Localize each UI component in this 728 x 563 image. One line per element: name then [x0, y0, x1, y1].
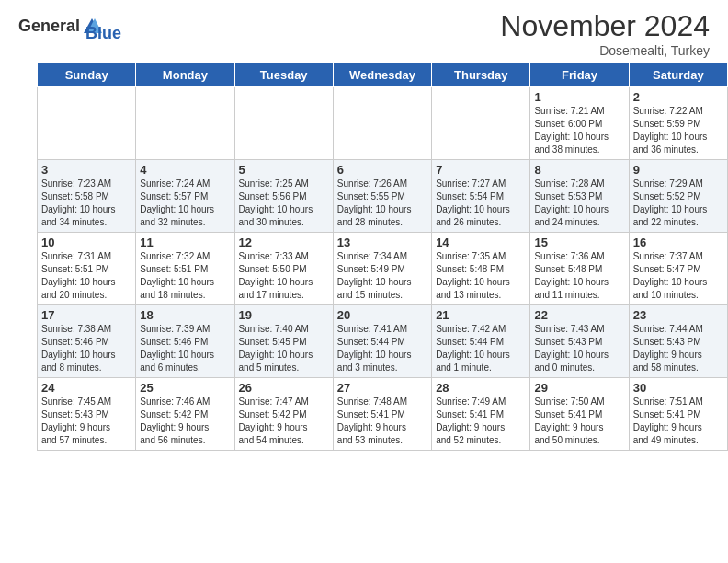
day-info: Sunrise: 7:42 AM Sunset: 5:44 PM Dayligh… [436, 323, 526, 374]
calendar-week-row: 1Sunrise: 7:21 AM Sunset: 6:00 PM Daylig… [38, 87, 728, 160]
table-row: 1Sunrise: 7:21 AM Sunset: 6:00 PM Daylig… [530, 87, 629, 160]
table-row: 23Sunrise: 7:44 AM Sunset: 5:43 PM Dayli… [629, 305, 727, 378]
title-area: November 2024 Dosemealti, Turkey [500, 9, 710, 58]
day-info: Sunrise: 7:23 AM Sunset: 5:58 PM Dayligh… [41, 178, 131, 229]
calendar-week-row: 10Sunrise: 7:31 AM Sunset: 5:51 PM Dayli… [38, 233, 728, 305]
table-row: 10Sunrise: 7:31 AM Sunset: 5:51 PM Dayli… [38, 233, 136, 305]
calendar-header-row: Sunday Monday Tuesday Wednesday Thursday… [38, 63, 728, 87]
day-number: 22 [534, 308, 624, 322]
day-info: Sunrise: 7:47 AM Sunset: 5:42 PM Dayligh… [239, 396, 329, 447]
day-info: Sunrise: 7:38 AM Sunset: 5:46 PM Dayligh… [41, 323, 131, 374]
day-info: Sunrise: 7:49 AM Sunset: 5:41 PM Dayligh… [436, 396, 526, 447]
day-number: 19 [239, 308, 329, 322]
day-number: 5 [239, 163, 329, 177]
table-row: 19Sunrise: 7:40 AM Sunset: 5:45 PM Dayli… [234, 305, 333, 378]
table-row: 17Sunrise: 7:38 AM Sunset: 5:46 PM Dayli… [38, 305, 136, 378]
table-row: 2Sunrise: 7:22 AM Sunset: 5:59 PM Daylig… [629, 87, 727, 160]
day-number: 30 [633, 381, 723, 395]
table-row: 20Sunrise: 7:41 AM Sunset: 5:44 PM Dayli… [333, 305, 431, 378]
day-number: 8 [534, 163, 624, 177]
logo-general: General [18, 16, 80, 34]
day-info: Sunrise: 7:26 AM Sunset: 5:55 PM Dayligh… [337, 178, 427, 229]
table-row: 14Sunrise: 7:35 AM Sunset: 5:48 PM Dayli… [432, 233, 530, 305]
col-friday: Friday [530, 63, 629, 87]
day-info: Sunrise: 7:35 AM Sunset: 5:48 PM Dayligh… [436, 250, 526, 302]
calendar-week-row: 24Sunrise: 7:45 AM Sunset: 5:43 PM Dayli… [38, 378, 728, 451]
table-row [234, 87, 333, 160]
day-info: Sunrise: 7:51 AM Sunset: 5:41 PM Dayligh… [633, 396, 723, 447]
day-number: 2 [633, 90, 723, 104]
day-number: 20 [337, 308, 427, 322]
col-thursday: Thursday [432, 63, 530, 87]
col-saturday: Saturday [629, 63, 727, 87]
table-row: 8Sunrise: 7:28 AM Sunset: 5:53 PM Daylig… [530, 160, 629, 233]
table-row [38, 87, 136, 160]
day-number: 16 [633, 236, 723, 249]
table-row: 15Sunrise: 7:36 AM Sunset: 5:48 PM Dayli… [530, 233, 629, 305]
day-number: 21 [436, 308, 526, 322]
month-title: November 2024 [500, 9, 710, 43]
day-number: 7 [436, 163, 526, 177]
col-wednesday: Wednesday [333, 63, 431, 87]
day-info: Sunrise: 7:31 AM Sunset: 5:51 PM Dayligh… [41, 250, 131, 302]
table-row: 3Sunrise: 7:23 AM Sunset: 5:58 PM Daylig… [38, 160, 136, 233]
table-row: 6Sunrise: 7:26 AM Sunset: 5:55 PM Daylig… [333, 160, 431, 233]
table-row: 26Sunrise: 7:47 AM Sunset: 5:42 PM Dayli… [234, 378, 333, 451]
day-number: 23 [633, 308, 723, 322]
day-info: Sunrise: 7:27 AM Sunset: 5:54 PM Dayligh… [436, 178, 526, 229]
day-info: Sunrise: 7:46 AM Sunset: 5:42 PM Dayligh… [140, 396, 230, 447]
day-number: 24 [41, 381, 131, 395]
table-row: 11Sunrise: 7:32 AM Sunset: 5:51 PM Dayli… [136, 233, 234, 305]
day-number: 28 [436, 381, 526, 395]
logo-blue: Blue [85, 7, 121, 43]
day-info: Sunrise: 7:29 AM Sunset: 5:52 PM Dayligh… [633, 178, 723, 229]
calendar-table: Sunday Monday Tuesday Wednesday Thursday… [37, 63, 728, 451]
col-tuesday: Tuesday [234, 63, 333, 87]
day-info: Sunrise: 7:40 AM Sunset: 5:45 PM Dayligh… [239, 323, 329, 374]
day-number: 25 [140, 381, 230, 395]
day-info: Sunrise: 7:21 AM Sunset: 6:00 PM Dayligh… [534, 105, 624, 156]
table-row: 27Sunrise: 7:48 AM Sunset: 5:41 PM Dayli… [333, 378, 431, 451]
day-info: Sunrise: 7:32 AM Sunset: 5:51 PM Dayligh… [140, 250, 230, 302]
day-info: Sunrise: 7:50 AM Sunset: 5:41 PM Dayligh… [534, 396, 624, 447]
day-info: Sunrise: 7:44 AM Sunset: 5:43 PM Dayligh… [633, 323, 723, 374]
day-number: 14 [436, 236, 526, 249]
day-info: Sunrise: 7:34 AM Sunset: 5:49 PM Dayligh… [337, 250, 427, 302]
day-info: Sunrise: 7:24 AM Sunset: 5:57 PM Dayligh… [140, 178, 230, 229]
table-row: 22Sunrise: 7:43 AM Sunset: 5:43 PM Dayli… [530, 305, 629, 378]
page-wrapper: General Blue November 2024 Dosemealti, T… [0, 0, 728, 451]
table-row: 5Sunrise: 7:25 AM Sunset: 5:56 PM Daylig… [234, 160, 333, 233]
calendar-wrapper: Sunday Monday Tuesday Wednesday Thursday… [0, 63, 728, 451]
calendar-week-row: 17Sunrise: 7:38 AM Sunset: 5:46 PM Dayli… [38, 305, 728, 378]
day-number: 17 [41, 308, 131, 322]
day-number: 15 [534, 236, 624, 249]
day-info: Sunrise: 7:37 AM Sunset: 5:47 PM Dayligh… [633, 250, 723, 302]
day-number: 4 [140, 163, 230, 177]
day-number: 1 [534, 90, 624, 104]
table-row: 18Sunrise: 7:39 AM Sunset: 5:46 PM Dayli… [136, 305, 234, 378]
day-info: Sunrise: 7:41 AM Sunset: 5:44 PM Dayligh… [337, 323, 427, 374]
day-info: Sunrise: 7:45 AM Sunset: 5:43 PM Dayligh… [41, 396, 131, 447]
day-number: 13 [337, 236, 427, 249]
table-row: 21Sunrise: 7:42 AM Sunset: 5:44 PM Dayli… [432, 305, 530, 378]
day-number: 18 [140, 308, 230, 322]
day-number: 10 [41, 236, 131, 249]
logo: General Blue [18, 9, 121, 43]
table-row: 7Sunrise: 7:27 AM Sunset: 5:54 PM Daylig… [432, 160, 530, 233]
table-row: 9Sunrise: 7:29 AM Sunset: 5:52 PM Daylig… [629, 160, 727, 233]
day-info: Sunrise: 7:48 AM Sunset: 5:41 PM Dayligh… [337, 396, 427, 447]
col-sunday: Sunday [38, 63, 136, 87]
table-row: 16Sunrise: 7:37 AM Sunset: 5:47 PM Dayli… [629, 233, 727, 305]
day-info: Sunrise: 7:39 AM Sunset: 5:46 PM Dayligh… [140, 323, 230, 374]
table-row [333, 87, 431, 160]
day-info: Sunrise: 7:33 AM Sunset: 5:50 PM Dayligh… [239, 250, 329, 302]
table-row [136, 87, 234, 160]
day-info: Sunrise: 7:28 AM Sunset: 5:53 PM Dayligh… [534, 178, 624, 229]
calendar-week-row: 3Sunrise: 7:23 AM Sunset: 5:58 PM Daylig… [38, 160, 728, 233]
day-number: 6 [337, 163, 427, 177]
table-row: 29Sunrise: 7:50 AM Sunset: 5:41 PM Dayli… [530, 378, 629, 451]
day-number: 9 [633, 163, 723, 177]
table-row: 24Sunrise: 7:45 AM Sunset: 5:43 PM Dayli… [38, 378, 136, 451]
day-number: 3 [41, 163, 131, 177]
table-row: 4Sunrise: 7:24 AM Sunset: 5:57 PM Daylig… [136, 160, 234, 233]
